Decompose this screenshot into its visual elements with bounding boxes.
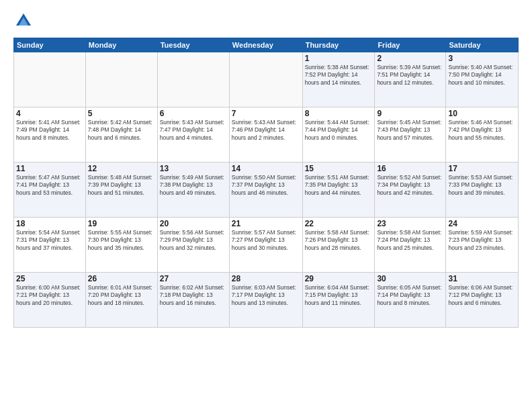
weekday-header-row: SundayMondayTuesdayWednesdayThursdayFrid… <box>14 38 519 52</box>
calendar-day-cell: 24Sunrise: 5:59 AM Sunset: 7:23 PM Dayli… <box>446 218 519 273</box>
header <box>13 11 519 31</box>
calendar-day-cell <box>85 52 157 107</box>
day-info: Sunrise: 5:38 AM Sunset: 7:52 PM Dayligh… <box>305 64 373 87</box>
day-info: Sunrise: 5:55 AM Sunset: 7:30 PM Dayligh… <box>88 229 155 252</box>
day-info: Sunrise: 5:58 AM Sunset: 7:26 PM Dayligh… <box>305 229 373 252</box>
calendar-day-cell: 5Sunrise: 5:42 AM Sunset: 7:48 PM Daylig… <box>85 107 157 163</box>
day-number: 28 <box>232 274 300 283</box>
day-number: 5 <box>88 109 155 118</box>
weekday-header-sunday: Sunday <box>14 38 86 52</box>
page: SundayMondayTuesdayWednesdayThursdayFrid… <box>0 0 532 411</box>
calendar-day-cell <box>14 52 86 107</box>
day-info: Sunrise: 5:48 AM Sunset: 7:39 PM Dayligh… <box>88 174 155 197</box>
day-number: 23 <box>377 219 443 228</box>
calendar-day-cell: 19Sunrise: 5:55 AM Sunset: 7:30 PM Dayli… <box>85 218 157 273</box>
day-number: 27 <box>160 274 227 283</box>
calendar-day-cell: 3Sunrise: 5:40 AM Sunset: 7:50 PM Daylig… <box>446 52 519 107</box>
day-info: Sunrise: 5:59 AM Sunset: 7:23 PM Dayligh… <box>448 229 516 252</box>
day-info: Sunrise: 5:52 AM Sunset: 7:34 PM Dayligh… <box>377 174 443 197</box>
logo-icon <box>13 11 34 31</box>
day-number: 21 <box>232 219 300 228</box>
day-info: Sunrise: 6:00 AM Sunset: 7:21 PM Dayligh… <box>16 284 83 307</box>
calendar-day-cell: 29Sunrise: 6:04 AM Sunset: 7:15 PM Dayli… <box>302 273 375 328</box>
day-number: 1 <box>305 54 373 63</box>
day-number: 22 <box>305 219 373 228</box>
day-info: Sunrise: 5:50 AM Sunset: 7:37 PM Dayligh… <box>232 174 300 197</box>
day-number: 4 <box>16 109 83 118</box>
day-info: Sunrise: 5:57 AM Sunset: 7:27 PM Dayligh… <box>232 229 300 252</box>
calendar-day-cell: 16Sunrise: 5:52 AM Sunset: 7:34 PM Dayli… <box>375 163 446 218</box>
calendar-day-cell: 9Sunrise: 5:45 AM Sunset: 7:43 PM Daylig… <box>375 107 446 163</box>
day-info: Sunrise: 5:41 AM Sunset: 7:49 PM Dayligh… <box>16 119 83 142</box>
day-info: Sunrise: 5:40 AM Sunset: 7:50 PM Dayligh… <box>448 64 516 87</box>
day-number: 14 <box>232 164 300 173</box>
day-number: 10 <box>448 109 516 118</box>
day-number: 3 <box>448 54 516 63</box>
day-number: 6 <box>160 109 227 118</box>
calendar-day-cell: 28Sunrise: 6:03 AM Sunset: 7:17 PM Dayli… <box>229 273 302 328</box>
day-info: Sunrise: 5:43 AM Sunset: 7:46 PM Dayligh… <box>232 119 300 142</box>
day-info: Sunrise: 6:03 AM Sunset: 7:17 PM Dayligh… <box>232 284 300 307</box>
day-info: Sunrise: 5:49 AM Sunset: 7:38 PM Dayligh… <box>160 174 227 197</box>
calendar-day-cell: 14Sunrise: 5:50 AM Sunset: 7:37 PM Dayli… <box>229 163 302 218</box>
calendar-day-cell: 25Sunrise: 6:00 AM Sunset: 7:21 PM Dayli… <box>14 273 86 328</box>
calendar-day-cell: 10Sunrise: 5:46 AM Sunset: 7:42 PM Dayli… <box>446 107 519 163</box>
day-info: Sunrise: 5:56 AM Sunset: 7:29 PM Dayligh… <box>160 229 227 252</box>
day-number: 19 <box>88 219 155 228</box>
day-number: 7 <box>232 109 300 118</box>
calendar-week-row: 1Sunrise: 5:38 AM Sunset: 7:52 PM Daylig… <box>14 52 519 107</box>
calendar-week-row: 4Sunrise: 5:41 AM Sunset: 7:49 PM Daylig… <box>14 107 519 163</box>
day-info: Sunrise: 5:39 AM Sunset: 7:51 PM Dayligh… <box>377 64 443 87</box>
weekday-header-tuesday: Tuesday <box>157 38 229 52</box>
calendar-day-cell: 22Sunrise: 5:58 AM Sunset: 7:26 PM Dayli… <box>302 218 375 273</box>
calendar-week-row: 11Sunrise: 5:47 AM Sunset: 7:41 PM Dayli… <box>14 163 519 218</box>
calendar-day-cell: 2Sunrise: 5:39 AM Sunset: 7:51 PM Daylig… <box>375 52 446 107</box>
calendar-day-cell: 6Sunrise: 5:43 AM Sunset: 7:47 PM Daylig… <box>157 107 229 163</box>
weekday-header-monday: Monday <box>85 38 157 52</box>
calendar-day-cell: 31Sunrise: 6:06 AM Sunset: 7:12 PM Dayli… <box>446 273 519 328</box>
day-number: 26 <box>88 274 155 283</box>
calendar-day-cell <box>229 52 302 107</box>
calendar-day-cell: 1Sunrise: 5:38 AM Sunset: 7:52 PM Daylig… <box>302 52 375 107</box>
day-number: 12 <box>88 164 155 173</box>
day-info: Sunrise: 5:43 AM Sunset: 7:47 PM Dayligh… <box>160 119 227 142</box>
calendar-day-cell: 20Sunrise: 5:56 AM Sunset: 7:29 PM Dayli… <box>157 218 229 273</box>
calendar-day-cell: 17Sunrise: 5:53 AM Sunset: 7:33 PM Dayli… <box>446 163 519 218</box>
day-number: 2 <box>377 54 443 63</box>
day-info: Sunrise: 5:58 AM Sunset: 7:24 PM Dayligh… <box>377 229 443 252</box>
weekday-header-wednesday: Wednesday <box>229 38 302 52</box>
day-info: Sunrise: 5:42 AM Sunset: 7:48 PM Dayligh… <box>88 119 155 142</box>
day-number: 20 <box>160 219 227 228</box>
calendar-day-cell: 11Sunrise: 5:47 AM Sunset: 7:41 PM Dayli… <box>14 163 86 218</box>
day-number: 13 <box>160 164 227 173</box>
day-info: Sunrise: 6:01 AM Sunset: 7:20 PM Dayligh… <box>88 284 155 307</box>
day-number: 16 <box>377 164 443 173</box>
day-number: 8 <box>305 109 373 118</box>
weekday-header-saturday: Saturday <box>446 38 519 52</box>
day-info: Sunrise: 5:47 AM Sunset: 7:41 PM Dayligh… <box>16 174 83 197</box>
day-number: 18 <box>16 219 83 228</box>
calendar-day-cell: 13Sunrise: 5:49 AM Sunset: 7:38 PM Dayli… <box>157 163 229 218</box>
calendar-day-cell: 21Sunrise: 5:57 AM Sunset: 7:27 PM Dayli… <box>229 218 302 273</box>
calendar-day-cell: 7Sunrise: 5:43 AM Sunset: 7:46 PM Daylig… <box>229 107 302 163</box>
calendar-week-row: 18Sunrise: 5:54 AM Sunset: 7:31 PM Dayli… <box>14 218 519 273</box>
day-info: Sunrise: 5:46 AM Sunset: 7:42 PM Dayligh… <box>448 119 516 142</box>
calendar-day-cell: 26Sunrise: 6:01 AM Sunset: 7:20 PM Dayli… <box>85 273 157 328</box>
day-info: Sunrise: 5:44 AM Sunset: 7:44 PM Dayligh… <box>305 119 373 142</box>
day-info: Sunrise: 5:51 AM Sunset: 7:35 PM Dayligh… <box>305 174 373 197</box>
calendar-day-cell: 8Sunrise: 5:44 AM Sunset: 7:44 PM Daylig… <box>302 107 375 163</box>
calendar: SundayMondayTuesdayWednesdayThursdayFrid… <box>13 38 519 328</box>
weekday-header-thursday: Thursday <box>302 38 375 52</box>
day-number: 24 <box>448 219 516 228</box>
day-info: Sunrise: 6:05 AM Sunset: 7:14 PM Dayligh… <box>377 284 443 307</box>
day-number: 17 <box>448 164 516 173</box>
calendar-day-cell: 18Sunrise: 5:54 AM Sunset: 7:31 PM Dayli… <box>14 218 86 273</box>
day-number: 30 <box>377 274 443 283</box>
day-number: 9 <box>377 109 443 118</box>
weekday-header-friday: Friday <box>375 38 446 52</box>
day-info: Sunrise: 6:04 AM Sunset: 7:15 PM Dayligh… <box>305 284 373 307</box>
day-info: Sunrise: 5:53 AM Sunset: 7:33 PM Dayligh… <box>448 174 516 197</box>
calendar-day-cell: 12Sunrise: 5:48 AM Sunset: 7:39 PM Dayli… <box>85 163 157 218</box>
calendar-week-row: 25Sunrise: 6:00 AM Sunset: 7:21 PM Dayli… <box>14 273 519 328</box>
calendar-day-cell <box>157 52 229 107</box>
